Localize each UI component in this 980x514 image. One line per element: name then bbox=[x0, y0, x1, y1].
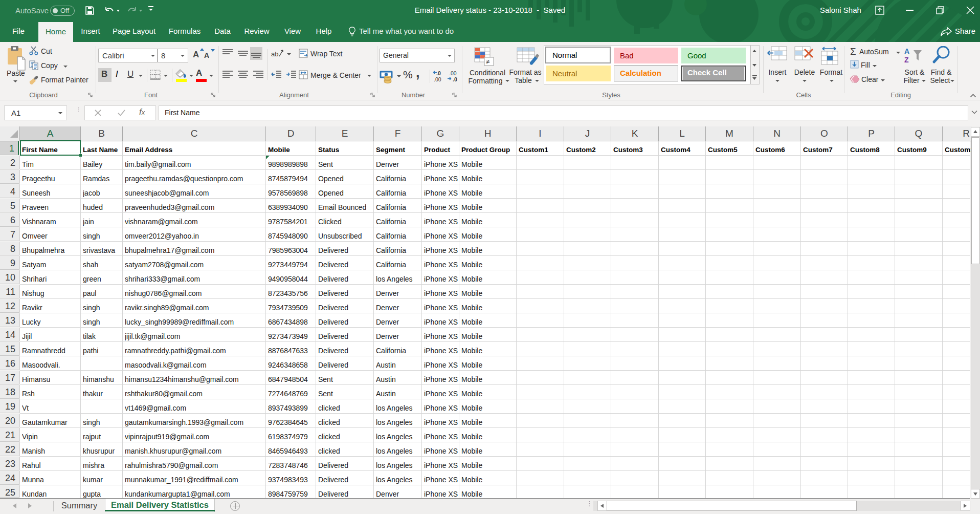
svg-text:A: A bbox=[904, 47, 909, 55]
svg-text:.00: .00 bbox=[434, 76, 441, 82]
svg-text:.00: .00 bbox=[449, 70, 457, 76]
svg-text:ab: ab bbox=[271, 50, 278, 58]
svg-text:.0: .0 bbox=[436, 70, 441, 76]
svg-text:≠: ≠ bbox=[486, 58, 489, 66]
svg-text:Z: Z bbox=[904, 56, 909, 64]
svg-text:.0: .0 bbox=[453, 76, 457, 82]
